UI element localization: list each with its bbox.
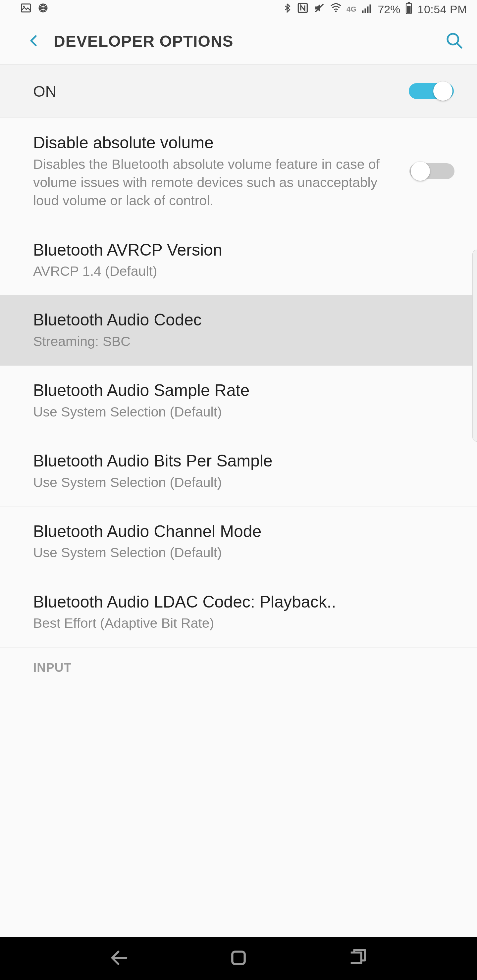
nav-back-button[interactable] bbox=[108, 947, 130, 970]
status-left-icons bbox=[20, 2, 49, 17]
setting-bt-audio-bits-per-sample[interactable]: Bluetooth Audio Bits Per Sample Use Syst… bbox=[0, 436, 477, 507]
master-toggle-row[interactable]: ON bbox=[0, 64, 477, 118]
scroll-indicator[interactable] bbox=[472, 250, 477, 442]
wifi-icon bbox=[330, 2, 342, 17]
svg-rect-9 bbox=[370, 5, 371, 13]
nav-recent-button[interactable] bbox=[347, 947, 369, 970]
clock-label: 10:54 PM bbox=[417, 3, 467, 16]
back-button[interactable] bbox=[27, 30, 54, 52]
svg-rect-0 bbox=[22, 4, 30, 12]
settings-list: Disable absolute volume Disables the Blu… bbox=[0, 118, 477, 678]
setting-title: Bluetooth Audio LDAC Codec: Playback.. bbox=[33, 592, 445, 612]
status-right-icons: 4G 72% 10:54 PM bbox=[282, 2, 467, 17]
nfc-icon bbox=[297, 2, 309, 17]
svg-rect-11 bbox=[408, 2, 410, 4]
setting-disable-absolute-volume[interactable]: Disable absolute volume Disables the Blu… bbox=[0, 118, 477, 225]
setting-subtitle: Streaming: SBC bbox=[33, 332, 445, 351]
setting-title: Disable absolute volume bbox=[33, 132, 399, 153]
setting-bt-audio-codec[interactable]: Bluetooth Audio Codec Streaming: SBC bbox=[0, 295, 477, 366]
setting-subtitle: Use System Selection (Default) bbox=[33, 473, 445, 492]
setting-subtitle: Use System Selection (Default) bbox=[33, 403, 445, 421]
setting-subtitle: Use System Selection (Default) bbox=[33, 544, 445, 562]
picture-icon bbox=[20, 2, 32, 17]
setting-bt-audio-sample-rate[interactable]: Bluetooth Audio Sample Rate Use System S… bbox=[0, 366, 477, 436]
svg-rect-7 bbox=[365, 9, 366, 13]
setting-title: Bluetooth Audio Sample Rate bbox=[33, 380, 445, 401]
navigation-bar bbox=[0, 937, 477, 980]
svg-rect-15 bbox=[232, 951, 244, 964]
page-title: DEVELOPER OPTIONS bbox=[54, 32, 445, 50]
svg-rect-8 bbox=[367, 6, 369, 13]
nav-home-button[interactable] bbox=[228, 947, 249, 970]
setting-subtitle: AVRCP 1.4 (Default) bbox=[33, 262, 445, 280]
app-header: DEVELOPER OPTIONS bbox=[0, 19, 477, 64]
setting-bt-avrcp-version[interactable]: Bluetooth AVRCP Version AVRCP 1.4 (Defau… bbox=[0, 225, 477, 295]
setting-bt-audio-ldac-codec[interactable]: Bluetooth Audio LDAC Codec: Playback.. B… bbox=[0, 577, 477, 648]
setting-title: Bluetooth Audio Codec bbox=[33, 310, 445, 331]
search-button[interactable] bbox=[445, 32, 464, 51]
battery-icon bbox=[405, 2, 413, 17]
svg-line-14 bbox=[457, 43, 461, 48]
basketball-icon bbox=[37, 2, 49, 17]
battery-percentage: 72% bbox=[378, 3, 400, 16]
mute-icon bbox=[313, 2, 325, 17]
bluetooth-icon bbox=[282, 3, 292, 16]
master-toggle-switch[interactable] bbox=[409, 78, 454, 103]
setting-bt-audio-channel-mode[interactable]: Bluetooth Audio Channel Mode Use System … bbox=[0, 507, 477, 577]
master-toggle-label: ON bbox=[33, 82, 57, 100]
signal-icon bbox=[361, 2, 373, 17]
svg-point-5 bbox=[335, 11, 337, 12]
setting-title: Bluetooth Audio Channel Mode bbox=[33, 521, 445, 542]
svg-rect-12 bbox=[407, 6, 411, 13]
setting-subtitle: Best Effort (Adaptive Bit Rate) bbox=[33, 614, 445, 632]
setting-title: Bluetooth Audio Bits Per Sample bbox=[33, 450, 445, 471]
svg-rect-6 bbox=[362, 11, 364, 13]
setting-subtitle: Disables the Bluetooth absolute volume f… bbox=[33, 155, 399, 210]
status-bar: 4G 72% 10:54 PM bbox=[0, 0, 477, 19]
section-header-input: INPUT bbox=[0, 648, 477, 678]
setting-title: Bluetooth AVRCP Version bbox=[33, 240, 445, 261]
network-type-label: 4G bbox=[346, 5, 356, 14]
disable-absolute-volume-toggle[interactable] bbox=[409, 159, 455, 184]
